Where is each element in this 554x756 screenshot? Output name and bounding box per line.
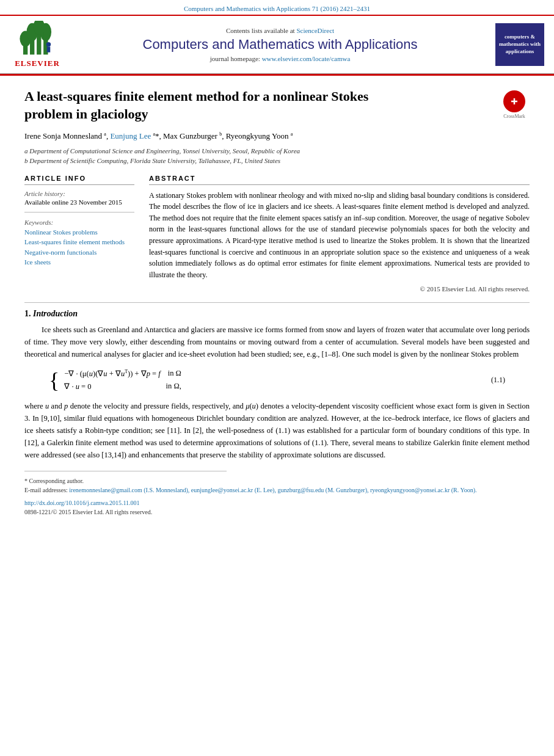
journal-title-banner: Computers and Mathematics with Applicati… [72,37,488,53]
footnote-star: * Corresponding author. [24,476,530,485]
paper-title-row: A least-squares finite element method fo… [24,88,530,123]
info-divider [24,212,134,213]
issn-line: 0898-1221/© 2015 Elsevier Ltd. All right… [24,507,530,517]
footnote-emails: E-mail addresses: irenemonneslane@gmail.… [24,485,530,495]
crossmark[interactable]: CrossMark [499,90,530,119]
doi-line[interactable]: http://dx.doi.org/10.1016/j.camwa.2015.1… [24,498,530,507]
eq-line2-domain: in Ω, [166,382,181,391]
crossmark-icon [503,90,525,112]
section-1-heading: 1. Introduction [24,309,530,319]
equation-line-1: −∇ · (μ(u)(∇u + ∇uT)) + ∇p = f in Ω [64,369,181,379]
author-lee-link[interactable]: Eunjung Lee [110,131,151,140]
svg-rect-9 [47,46,51,52]
elsevier-tree-icon [16,21,59,57]
eq-line2-lhs: ∇ · u = 0 [64,382,158,391]
equation-lines: −∇ · (μ(u)(∇u + ∇uT)) + ∇p = f in Ω ∇ · … [64,369,181,391]
main-content: A least-squares finite element method fo… [0,76,554,529]
keywords-label: Keywords: [24,219,134,226]
elsevier-text: ELSEVIER [15,59,60,68]
eq-line1-lhs: −∇ · (μ(u)(∇u + ∇uT)) + ∇p = f [64,369,160,379]
journal-center: Contents lists available at ScienceDirec… [72,27,488,62]
email-link[interactable]: irenemonneslane@gmail.com (I.S. Monnesla… [69,487,476,493]
science-direct-link[interactable]: ScienceDirect [296,27,334,34]
section-1-para2: where u and p denote the velocity and pr… [24,400,530,461]
crossmark-label: CrossMark [503,114,525,119]
homepage-line: journal homepage: www.elsevier.com/locat… [72,55,488,62]
history-value: Available online 23 November 2015 [24,198,134,206]
contents-line: Contents lists available at ScienceDirec… [72,27,488,34]
article-info: ARTICLE INFO Article history: Available … [24,175,134,293]
abstract-text: A stationary Stokes problem with nonline… [149,190,530,281]
affiliation-a: a Department of Computational Science an… [24,146,530,156]
authors: Irene Sonja Monnesland a, Eunjung Lee a*… [24,130,530,142]
abstract-title: ABSTRACT [149,175,530,185]
footnote-section: * Corresponding author. E-mail addresses… [24,476,530,517]
abstract-col: ABSTRACT A stationary Stokes problem wit… [149,175,530,293]
svg-point-8 [46,42,51,46]
keyword-1: Nonlinear Stokes problems [24,227,134,238]
affiliations: a Department of Computational Science an… [24,146,530,166]
footnote-divider [24,471,227,471]
journal-top-line: Computers and Mathematics with Applicati… [0,0,554,15]
journal-ref-link[interactable]: Computers and Mathematics with Applicati… [184,5,370,12]
history-label: Article history: [24,190,134,197]
article-info-title: ARTICLE INFO [24,175,134,185]
math-block-1-1: { −∇ · (μ(u)(∇u + ∇uT)) + ∇p = f in Ω ∇ … [49,369,505,391]
equation-system: { −∇ · (μ(u)(∇u + ∇uT)) + ∇p = f in Ω ∇ … [49,369,181,391]
copyright-line: © 2015 Elsevier Ltd. All rights reserved… [149,285,530,293]
homepage-link[interactable]: www.elsevier.com/locate/camwa [262,55,351,62]
left-brace-icon: { [49,369,59,391]
journal-logo-right: computers & mathematics with application… [495,23,544,66]
two-col-section: ARTICLE INFO Article history: Available … [24,175,530,293]
eq-line1-domain: in Ω [168,369,181,379]
equation-line-2: ∇ · u = 0 in Ω, [64,382,181,391]
elsevier-logo: ELSEVIER [10,21,65,68]
journal-banner: ELSEVIER Contents lists available at Sci… [0,15,554,74]
keyword-4: Ice sheets [24,257,134,267]
affiliation-b: b Department of Scientific Computing, Fl… [24,156,530,166]
equation-number-1-1: (1.1) [491,376,505,385]
paper-title: A least-squares finite element method fo… [24,88,403,123]
section-1-para1: Ice sheets such as Greenland and Antarct… [24,324,530,360]
main-divider [24,302,530,303]
keyword-2: Least-squares finite element methods [24,237,134,247]
keyword-3: Negative-norm functionals [24,247,134,258]
